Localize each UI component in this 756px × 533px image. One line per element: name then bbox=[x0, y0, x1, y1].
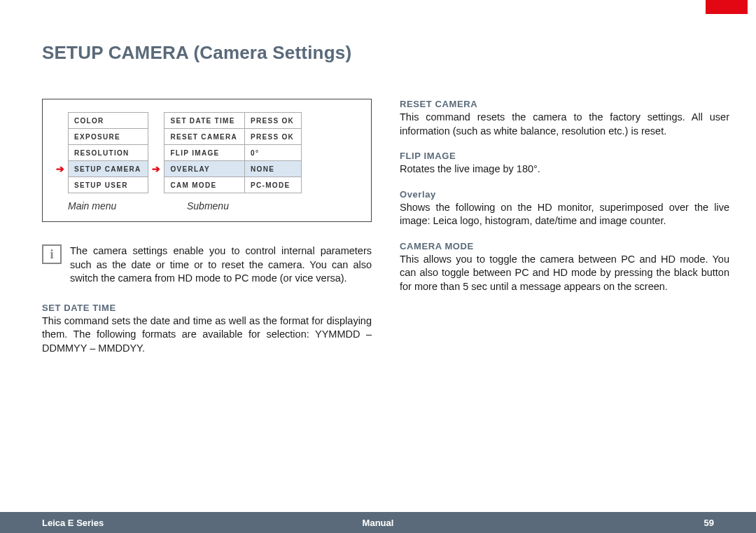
section-body: This allows you to toggle the camera bet… bbox=[400, 253, 729, 294]
table-row: OverlayNone bbox=[164, 161, 302, 177]
section-set-date-time: SET DATE TIME This command sets the date… bbox=[42, 303, 372, 356]
page-footer: Leica E Series Manual 59 bbox=[0, 512, 756, 533]
section-heading: Overlay bbox=[400, 189, 729, 200]
table-row: Cam ModePc-Mode bbox=[164, 177, 302, 193]
main-menu-table: Color Exposure Resolution Setup Camera S… bbox=[68, 112, 148, 193]
page-title: SETUP CAMERA (Camera Settings) bbox=[42, 42, 729, 64]
sub-menu-label: Submenu bbox=[187, 200, 229, 212]
arrow-icon: ➔ bbox=[148, 160, 164, 176]
table-row: Resolution bbox=[69, 145, 148, 161]
section-body: Rotates the live image by 180°. bbox=[400, 162, 729, 176]
brand-tab bbox=[706, 0, 748, 14]
table-row: Exposure bbox=[69, 129, 148, 145]
section-overlay: Overlay Shows the following on the HD mo… bbox=[400, 189, 729, 228]
right-column: RESET CAMERA This command resets the cam… bbox=[400, 99, 729, 368]
arrow-icon: ➔ bbox=[52, 160, 68, 176]
sub-arrow-col: ➔ bbox=[148, 112, 164, 193]
footer-left: Leica E Series bbox=[42, 518, 266, 528]
sub-menu-table: Set Date TimePress OK Reset CameraPress … bbox=[164, 112, 302, 193]
section-flip-image: FLIP IMAGE Rotates the live image by 180… bbox=[400, 151, 729, 176]
table-row: Set Date TimePress OK bbox=[164, 113, 302, 129]
info-icon: i bbox=[42, 244, 62, 264]
main-menu-label: Main menu bbox=[68, 200, 166, 212]
intro-text: The camera settings enable you to contro… bbox=[70, 244, 372, 286]
page-content: SETUP CAMERA (Camera Settings) ➔ Color E… bbox=[42, 42, 729, 497]
section-heading: CAMERA MODE bbox=[400, 241, 729, 251]
table-row: Reset CameraPress OK bbox=[164, 129, 302, 145]
section-body: This command sets the date and time as w… bbox=[42, 314, 372, 356]
table-row: Setup Camera bbox=[69, 161, 148, 177]
left-column: ➔ Color Exposure Resolution Setup Camera… bbox=[42, 99, 372, 368]
table-row: Color bbox=[69, 113, 148, 129]
section-heading: RESET CAMERA bbox=[400, 99, 729, 109]
section-camera-mode: CAMERA MODE This allows you to toggle th… bbox=[400, 241, 729, 294]
footer-page-number: 59 bbox=[490, 518, 714, 528]
main-arrow-col: ➔ bbox=[52, 112, 68, 193]
section-heading: SET DATE TIME bbox=[42, 303, 372, 313]
table-row: Setup User bbox=[69, 177, 148, 193]
table-row: Flip Image0° bbox=[164, 145, 302, 161]
section-body: Shows the following on the HD monitor, s… bbox=[400, 201, 729, 228]
menu-diagram: ➔ Color Exposure Resolution Setup Camera… bbox=[42, 99, 372, 222]
section-reset-camera: RESET CAMERA This command resets the cam… bbox=[400, 99, 729, 138]
footer-mid: Manual bbox=[266, 518, 490, 528]
section-body: This command resets the camera to the fa… bbox=[400, 111, 729, 138]
section-heading: FLIP IMAGE bbox=[400, 151, 729, 161]
